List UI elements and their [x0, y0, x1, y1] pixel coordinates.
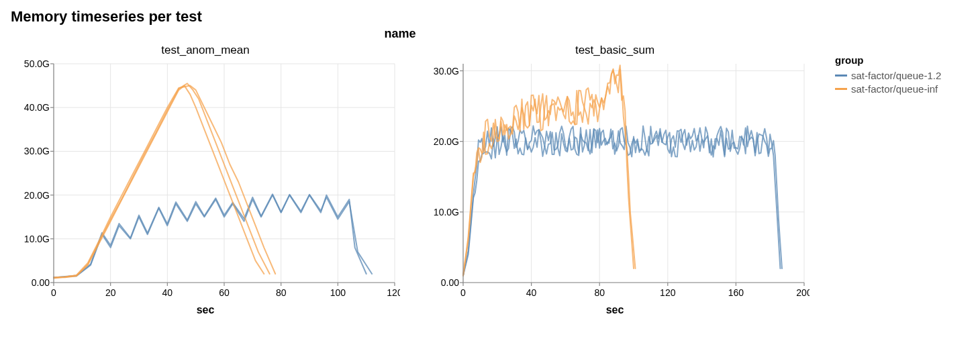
svg-text:10.0G: 10.0G: [434, 207, 459, 217]
svg-text:20.0G: 20.0G: [24, 190, 50, 201]
legend-swatch: [835, 75, 847, 77]
chart-panel-anom-mean: test_anom_mean 0.0010.0G20.0G30.0G40.0G5…: [11, 44, 400, 316]
svg-text:0.00: 0.00: [441, 277, 459, 288]
legend-label: sat-factor/queue-1.2: [851, 70, 941, 81]
legend-swatch: [835, 88, 847, 90]
svg-text:30.0G: 30.0G: [24, 146, 50, 156]
svg-text:50.0G: 50.0G: [24, 60, 50, 69]
chart-svg: 0.0010.0G20.0G30.0G04080120160200: [420, 60, 810, 301]
svg-text:10.0G: 10.0G: [24, 234, 50, 244]
svg-text:0.00: 0.00: [32, 277, 50, 288]
svg-text:30.0G: 30.0G: [434, 66, 459, 77]
x-axis-label: sec: [11, 304, 400, 316]
svg-text:0: 0: [460, 287, 466, 298]
svg-text:20.0G: 20.0G: [434, 136, 459, 147]
legend-label: sat-factor/queue-inf: [851, 83, 938, 95]
svg-text:160: 160: [728, 287, 744, 298]
svg-text:40: 40: [526, 287, 537, 298]
legend: group sat-factor/queue-1.2 sat-factor/qu…: [835, 54, 941, 97]
svg-text:60: 60: [219, 287, 230, 298]
svg-text:0: 0: [51, 287, 56, 298]
page-title: Memory timeseries per test: [11, 8, 969, 26]
x-axis-label: sec: [420, 304, 810, 316]
svg-text:120: 120: [387, 287, 400, 298]
svg-text:20: 20: [105, 287, 116, 298]
svg-text:120: 120: [660, 287, 676, 298]
chart-svg: 0.0010.0G20.0G30.0G40.0G50.0G02040608010…: [11, 60, 400, 301]
charts-row: test_anom_mean 0.0010.0G20.0G30.0G40.0G5…: [11, 44, 969, 316]
svg-text:80: 80: [276, 287, 287, 298]
legend-title: group: [835, 54, 941, 66]
chart-panel-basic-sum: test_basic_sum 0.0010.0G20.0G30.0G040801…: [420, 44, 810, 316]
legend-item: sat-factor/queue-inf: [835, 83, 941, 95]
facet-variable-label: name: [11, 27, 789, 41]
svg-text:80: 80: [594, 287, 605, 298]
svg-text:100: 100: [330, 287, 346, 298]
panel-title: test_anom_mean: [11, 44, 400, 57]
svg-text:200: 200: [796, 287, 810, 298]
legend-item: sat-factor/queue-1.2: [835, 70, 941, 81]
svg-text:40.0G: 40.0G: [24, 102, 50, 113]
svg-text:40: 40: [162, 287, 173, 298]
panel-title: test_basic_sum: [420, 44, 810, 57]
